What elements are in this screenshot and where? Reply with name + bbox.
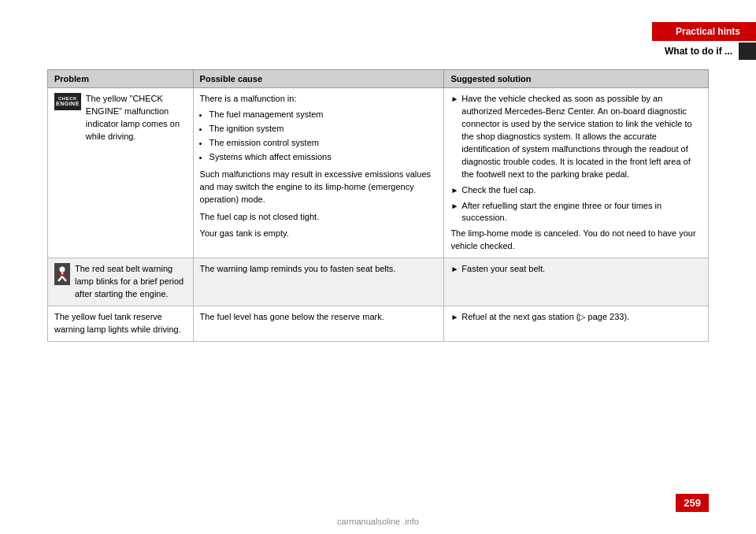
problem-text: The red seat belt warning lamp blinks fo… — [75, 263, 187, 301]
solution-item: ► Fasten your seat belt. — [450, 263, 702, 276]
cause-cell: The fuel level has gone below the reserv… — [193, 306, 444, 342]
svg-point-0 — [60, 267, 65, 273]
list-item: The emission control system — [209, 137, 438, 150]
arrow-icon: ► — [450, 94, 458, 181]
table-row: The yellow fuel tank reserve warning lam… — [48, 306, 709, 342]
seatbelt-icon — [54, 263, 70, 285]
solution-item1: ► Have the vehicle checked as soon as po… — [450, 93, 702, 181]
problem-cell: CHECK ENGINE The yellow "CHECK ENGINE" m… — [48, 88, 194, 258]
solution-text: After refuelling start the engine three … — [461, 200, 702, 225]
arrow-icon: ► — [450, 185, 458, 197]
arrow-icon: ► — [450, 201, 458, 225]
section-label: Practical hints — [652, 22, 756, 41]
subsection-bar: What to do if ... — [665, 43, 756, 60]
main-content: Problem Possible cause Suggested solutio… — [47, 69, 709, 342]
problem-cell: The yellow fuel tank reserve warning lam… — [48, 306, 194, 342]
solution-text: Fasten your seat belt. — [461, 263, 545, 276]
col-cause: Possible cause — [193, 70, 444, 88]
cause-para2: The fuel cap is not closed tight. — [200, 211, 438, 224]
troubleshooting-table: Problem Possible cause Suggested solutio… — [47, 69, 709, 342]
page-number: 259 — [676, 494, 709, 512]
cause-text: The fuel level has gone below the reserv… — [200, 312, 384, 321]
watermark: carmanualsoline .info — [337, 517, 419, 526]
subsection-label: What to do if ... — [665, 46, 739, 57]
solution-item: ► Refuel at the next gas station (▷ page… — [450, 311, 702, 324]
cause-para3: Your gas tank is empty. — [200, 228, 438, 240]
svg-line-4 — [60, 274, 65, 276]
svg-line-3 — [62, 276, 66, 281]
cause-list: The fuel management system The ignition … — [209, 109, 438, 164]
solution-cell: ► Have the vehicle checked as soon as po… — [444, 88, 709, 258]
black-square-decoration — [739, 43, 756, 60]
solution-cell: ► Refuel at the next gas station (▷ page… — [444, 306, 709, 342]
solution-text: Have the vehicle checked as soon as poss… — [461, 93, 702, 181]
table-row: The red seat belt warning lamp blinks fo… — [48, 258, 709, 306]
solution-text: Check the fuel cap. — [461, 184, 536, 197]
solution-item3: ► After refuelling start the engine thre… — [450, 200, 702, 225]
cause-intro: There is a malfunction in: — [200, 93, 438, 106]
cause-para1: Such malfunctions may result in excessiv… — [200, 169, 438, 206]
table-row: CHECK ENGINE The yellow "CHECK ENGINE" m… — [48, 88, 709, 258]
cause-cell: The warning lamp reminds you to fasten s… — [193, 258, 444, 306]
list-item: Systems which affect emissions — [209, 151, 438, 164]
cause-text: The warning lamp reminds you to fasten s… — [200, 264, 396, 273]
solution-item2: ► Check the fuel cap. — [450, 184, 702, 197]
problem-text: The yellow "CHECK ENGINE" malfunction in… — [86, 93, 187, 143]
list-item: The fuel management system — [209, 109, 438, 121]
arrow-icon: ► — [450, 312, 458, 324]
solution-para: The limp-home mode is canceled. You do n… — [450, 228, 702, 253]
list-item: The ignition system — [209, 123, 438, 135]
problem-cell: The red seat belt warning lamp blinks fo… — [48, 258, 194, 306]
check-engine-icon: CHECK ENGINE — [54, 93, 81, 110]
col-solution: Suggested solution — [444, 70, 709, 88]
col-problem: Problem — [48, 70, 194, 88]
arrow-icon: ► — [450, 264, 458, 276]
cause-cell: There is a malfunction in: The fuel mana… — [193, 88, 444, 258]
problem-text: The yellow fuel tank reserve warning lam… — [54, 312, 181, 334]
solution-text: Refuel at the next gas station (▷ page 2… — [461, 311, 629, 324]
solution-cell: ► Fasten your seat belt. — [444, 258, 709, 306]
